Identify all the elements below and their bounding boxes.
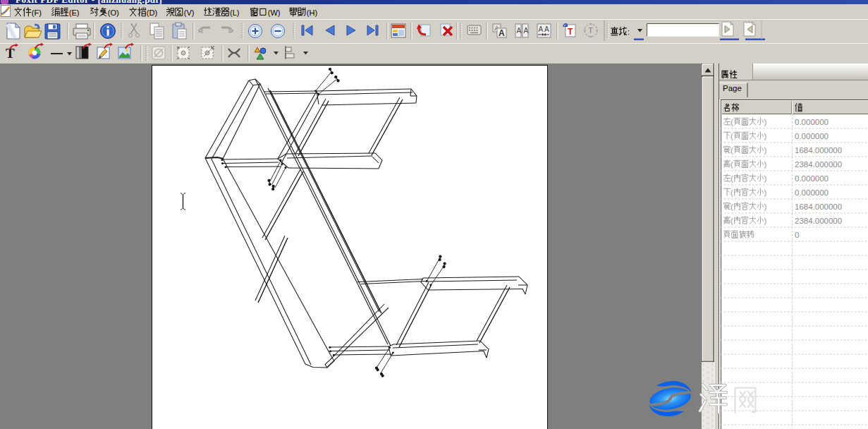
- svg-text:(: (: [731, 203, 733, 211]
- svg-text:A: A: [544, 25, 549, 33]
- svg-text:(: (: [731, 174, 733, 183]
- svg-text:): ): [764, 174, 767, 183]
- svg-text:0.000000: 0.000000: [795, 132, 829, 140]
- svg-text:(O): (O): [108, 8, 119, 17]
- svg-text:(: (: [731, 132, 733, 140]
- svg-text:): ): [764, 160, 767, 169]
- svg-text:(: (: [731, 160, 733, 169]
- svg-text:(L): (L): [230, 8, 239, 17]
- svg-text:(: (: [731, 146, 733, 155]
- svg-text:(D): (D): [147, 8, 157, 17]
- svg-text:): ): [764, 188, 767, 197]
- svg-text:0.000000: 0.000000: [795, 174, 829, 183]
- svg-text:T: T: [589, 27, 593, 35]
- svg-text:): ): [764, 118, 767, 126]
- svg-text:0.000000: 0.000000: [795, 118, 829, 126]
- svg-text:(: (: [731, 217, 733, 225]
- svg-text:(F): (F): [32, 8, 42, 17]
- svg-text:A: A: [524, 27, 529, 35]
- svg-text:A: A: [517, 27, 522, 35]
- svg-text:(: (: [731, 188, 733, 197]
- svg-text:): ): [764, 217, 767, 225]
- svg-text:T: T: [568, 27, 573, 37]
- svg-text:): ): [764, 146, 767, 155]
- svg-text:(V): (V): [184, 8, 195, 17]
- svg-text:A: A: [499, 28, 505, 38]
- svg-text:1684.000000: 1684.000000: [795, 146, 842, 155]
- svg-text:(H): (H): [307, 8, 317, 17]
- svg-text:A: A: [539, 25, 544, 33]
- svg-text:(W): (W): [268, 8, 281, 17]
- svg-text:1684.000000: 1684.000000: [795, 203, 842, 211]
- svg-text:(E): (E): [69, 8, 80, 17]
- svg-text:): ): [764, 132, 767, 140]
- svg-text:2384.000000: 2384.000000: [795, 160, 842, 169]
- svg-text:0.000000: 0.000000: [795, 188, 829, 197]
- svg-text::: :: [628, 28, 630, 36]
- svg-text:0: 0: [795, 231, 799, 239]
- svg-text:): ): [764, 203, 767, 211]
- svg-text:2384.000000: 2384.000000: [795, 217, 842, 225]
- svg-text:(: (: [731, 118, 733, 126]
